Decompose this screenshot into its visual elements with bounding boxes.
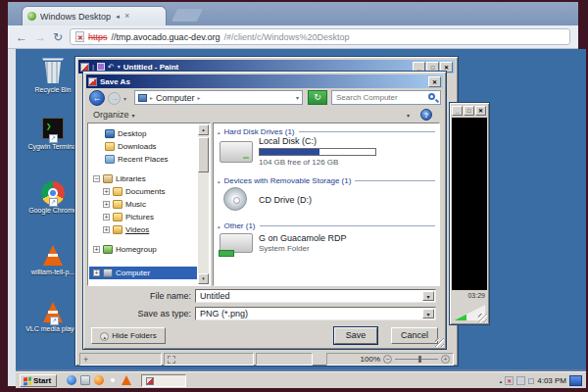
- breadcrumb[interactable]: ▸ Computer ▸ ▾: [134, 90, 303, 105]
- vlc-video-area[interactable]: [452, 118, 487, 290]
- zoom-out-button[interactable]: −: [383, 355, 392, 364]
- insecure-page-icon[interactable]: ✕: [75, 31, 84, 42]
- vlc-maximize-button[interactable]: □: [464, 106, 474, 116]
- tree-scrollbar[interactable]: ▴ ▾: [198, 124, 209, 284]
- network-error-icon[interactable]: [505, 376, 514, 385]
- paint-task-button[interactable]: [141, 374, 186, 387]
- desktop-icon-recycle-bin[interactable]: Recycle Bin: [24, 58, 81, 94]
- network-drive-icon[interactable]: [220, 233, 253, 253]
- group-header-other[interactable]: ▴ Other (1): [218, 220, 435, 231]
- windows-flag-icon: [24, 376, 31, 385]
- group-header-hdd[interactable]: ▴ Hard Disk Drives (1): [218, 126, 435, 137]
- organize-button[interactable]: Organize: [93, 110, 129, 120]
- save-button[interactable]: Save: [334, 327, 377, 344]
- tree-item-computer[interactable]: + Computer: [89, 267, 197, 279]
- cancel-button[interactable]: Cancel: [391, 327, 438, 344]
- scroll-up-icon[interactable]: ▴: [198, 124, 209, 135]
- file-name-combo[interactable]: Untitled ▾: [195, 289, 436, 303]
- quick-launch-ie-icon[interactable]: [67, 375, 76, 385]
- back-icon[interactable]: ←: [16, 31, 27, 43]
- expand-expander-icon[interactable]: +: [93, 246, 100, 253]
- zoom-in-button[interactable]: +: [441, 355, 450, 364]
- zoom-slider-thumb[interactable]: [418, 356, 421, 363]
- tree-item-music[interactable]: + Music: [89, 198, 197, 211]
- chevron-down-icon[interactable]: ▾: [422, 309, 434, 318]
- tree-item-homegroup[interactable]: + Homegroup: [89, 243, 197, 256]
- cd-drive-icon[interactable]: [223, 187, 247, 211]
- drive-c-name[interactable]: Local Disk (C:): [259, 136, 317, 146]
- zoom-slider[interactable]: [395, 359, 438, 360]
- views-dropdown-icon[interactable]: ▾: [407, 112, 410, 119]
- windows-taskbar: Start ▴ 4:03 PM: [16, 371, 586, 388]
- expand-expander-icon[interactable]: +: [93, 270, 100, 276]
- forward-button[interactable]: →: [108, 92, 121, 105]
- expand-expander-icon[interactable]: +: [103, 188, 110, 195]
- downloads-folder-icon: [105, 142, 115, 151]
- browser-tab[interactable]: Windows Desktop ◄ ×: [22, 6, 167, 25]
- display-tray-icon[interactable]: [516, 376, 525, 385]
- quick-launch-vlc-icon[interactable]: [122, 375, 131, 385]
- shortcut-arrow-icon: ↗: [49, 134, 58, 143]
- forward-icon[interactable]: →: [34, 31, 46, 43]
- expand-expander-icon[interactable]: +: [103, 214, 110, 220]
- organize-dropdown-icon[interactable]: ▾: [132, 112, 135, 119]
- quick-launch-media-player-icon[interactable]: [94, 375, 104, 385]
- recent-places-icon: [105, 155, 115, 164]
- resize-grip[interactable]: [435, 338, 444, 347]
- back-button[interactable]: ←: [89, 90, 105, 106]
- tree-item-recent-places[interactable]: Recent Places: [89, 153, 197, 166]
- tree-item-pictures[interactable]: + Pictures: [89, 211, 197, 223]
- tree-item-desktop[interactable]: Desktop: [89, 127, 197, 140]
- expand-expander-icon[interactable]: +: [103, 201, 110, 208]
- vlc-close-button[interactable]: ✕: [475, 106, 486, 116]
- quick-launch-show-desktop-icon[interactable]: [80, 375, 90, 385]
- hide-folders-button[interactable]: ▴Hide Folders: [91, 327, 166, 344]
- hard-drive-icon[interactable]: [220, 141, 253, 163]
- system-tray: ▴ 4:03 PM: [500, 374, 582, 387]
- expand-expander-icon[interactable]: +: [103, 226, 110, 233]
- vlc-window: _ □ ✕ 03:29: [449, 102, 490, 325]
- scrollbar-thumb[interactable]: [198, 137, 209, 172]
- breadcrumb-location[interactable]: Computer: [156, 93, 195, 103]
- refresh-icon[interactable]: ↻: [53, 31, 63, 43]
- recent-locations-dropdown-icon[interactable]: ▾: [123, 95, 126, 102]
- network-drive-name[interactable]: G on Guacamole RDP: [259, 233, 347, 243]
- drive-d-name[interactable]: CD Drive (D:): [259, 195, 312, 205]
- tree-item-documents[interactable]: + Documents: [89, 185, 197, 198]
- volume-tray-icon[interactable]: [528, 378, 534, 384]
- help-button[interactable]: ?: [420, 109, 432, 121]
- dialog-close-button[interactable]: ✕: [428, 76, 441, 87]
- tree-item-downloads[interactable]: Downloads: [89, 140, 197, 153]
- address-dropdown-icon[interactable]: ▾: [296, 94, 299, 101]
- search-input[interactable]: [331, 90, 441, 105]
- vlc-title-bar[interactable]: _ □ ✕: [452, 105, 487, 117]
- tree-item-libraries[interactable]: − Libraries: [89, 172, 197, 185]
- save-type-value[interactable]: PNG (*.png): [200, 309, 248, 318]
- shortcut-arrow-icon: ↗: [50, 317, 59, 325]
- vlc-cone-icon: [42, 245, 64, 267]
- vlc-minimize-button[interactable]: _: [452, 106, 463, 116]
- show-hidden-icons-chevron[interactable]: ▴: [500, 378, 503, 384]
- save-type-combo[interactable]: PNG (*.png) ▾: [195, 307, 436, 320]
- tree-item-videos[interactable]: + Videos: [89, 223, 197, 236]
- chevron-down-icon[interactable]: ▾: [422, 291, 434, 301]
- address-bar[interactable]: ✕ https //tmp.avocado.guac-dev.org /#/cl…: [70, 28, 570, 45]
- new-tab-button[interactable]: [172, 9, 203, 22]
- save-quick-icon[interactable]: [97, 63, 105, 71]
- show-desktop-icon[interactable]: [569, 375, 582, 386]
- scroll-down-icon[interactable]: ▾: [198, 273, 209, 284]
- pictures-icon: [113, 213, 122, 221]
- desktop-icon-vlc[interactable]: ↗ VLC media player: [24, 302, 81, 333]
- vlc-cone-icon: ↗: [42, 302, 64, 323]
- file-name-value[interactable]: Untitled: [200, 291, 230, 301]
- vlc-resize-grip[interactable]: [478, 314, 487, 322]
- desktop-icon-media-file[interactable]: william-tell-p...: [24, 245, 81, 276]
- refresh-go-button[interactable]: ↻: [308, 90, 327, 105]
- group-header-removable[interactable]: ▴ Devices with Removable Storage (1): [218, 175, 435, 186]
- tab-close-icon[interactable]: ×: [124, 12, 129, 21]
- collapse-expander-icon[interactable]: −: [93, 175, 100, 182]
- desktop-icon-cygwin[interactable]: ❯ ↗ Cygwin Terminal: [24, 118, 81, 151]
- desktop-icon-chrome[interactable]: ↗ Google Chrome: [24, 181, 81, 215]
- start-button[interactable]: Start: [20, 374, 57, 387]
- dialog-title-bar[interactable]: Save As ✕: [86, 74, 443, 88]
